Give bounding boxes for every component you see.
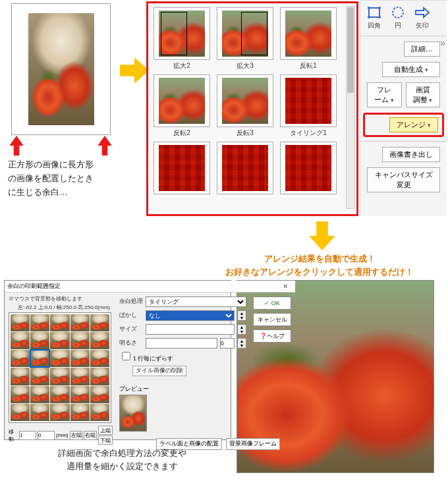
thumb-cell[interactable] (217, 142, 273, 196)
detail-button[interactable]: 詳細… (404, 42, 440, 57)
crop-rect-icon (161, 12, 187, 55)
shape-rect-button[interactable]: 四角 (367, 6, 381, 30)
svg-point-3 (368, 16, 370, 18)
blur-select[interactable]: なし (146, 310, 235, 321)
brightness-offset-input[interactable] (220, 338, 235, 349)
quality-dropdown[interactable]: 画質調整 (406, 82, 441, 107)
move-controls: 移動 (mm) 左端 右端 上端 下端 (9, 426, 113, 445)
svg-rect-0 (369, 8, 379, 17)
size-input[interactable] (146, 324, 235, 335)
thumb-cell[interactable]: 拡大3 (217, 7, 273, 70)
auto-generate-dropdown[interactable]: 自動生成 (382, 62, 440, 77)
dialog-titlebar[interactable]: 余白の印刷範囲指定 ✕ (5, 281, 295, 293)
thumb-image (159, 145, 205, 191)
cancel-button[interactable]: キャンセル (253, 313, 291, 326)
brightness-input[interactable] (146, 338, 217, 349)
margin-arrow-right-icon (98, 136, 112, 155)
thumb-image (285, 145, 331, 191)
thumb-image (222, 145, 268, 191)
snap-right-button[interactable]: 右端 (84, 431, 97, 440)
arrange-dropdown[interactable]: アレンジ (389, 117, 438, 132)
thumb-label: タイリング1 (280, 128, 337, 138)
thumb-cell[interactable] (154, 142, 210, 196)
scrollbar-thumb[interactable] (347, 7, 354, 93)
thumb-image (285, 11, 331, 57)
snap-left-button[interactable]: 左端 (70, 431, 83, 440)
caption-line: 正方形の画像に長方形 (8, 159, 94, 169)
stagger-checkbox[interactable] (122, 352, 130, 360)
caption-line: お好きなアレンジをクリックして適用するだけ！ (225, 267, 414, 277)
arrange-highlight: アレンジ (363, 113, 444, 137)
thumb-cell[interactable]: 拡大2 (154, 7, 210, 70)
shape-circle-button[interactable]: 円 (391, 6, 405, 30)
thumb-label: 反転2 (154, 128, 210, 138)
svg-point-1 (368, 7, 370, 9)
margin-arrow-left-icon (9, 136, 24, 155)
caption-line: の画像を配置したとき (8, 173, 94, 183)
bg-frame-button[interactable]: 背景画像フレーム (226, 438, 280, 450)
export-button[interactable]: 画像書き出し (382, 147, 440, 162)
move-x-input[interactable] (19, 431, 36, 440)
svg-point-5 (393, 7, 403, 18)
move-y-input[interactable] (38, 431, 55, 440)
shape-arrow-button[interactable]: 矢印 (414, 6, 430, 30)
shape-label: 円 (395, 22, 401, 29)
help-button[interactable]: ❓ヘルプ (253, 329, 291, 343)
caption-line: に生じる余白… (8, 187, 68, 197)
thumb-cell[interactable]: タイリング1 (280, 74, 337, 138)
thumb-cell[interactable]: 反転1 (280, 7, 337, 70)
dialog-hint: ※マウスで背景部を移動します (9, 295, 113, 302)
chevron-right-icon[interactable]: » (440, 38, 445, 48)
svg-point-2 (378, 7, 381, 9)
thumb-cell[interactable] (280, 142, 337, 196)
dialog-dimensions: 左:-62.2 上:0.0 / 幅:250.0 高:250.0(mm) (9, 304, 113, 311)
thumb-cell[interactable]: 反転3 (217, 74, 273, 138)
thumb-label: 反転3 (217, 128, 273, 138)
original-image-frame (11, 3, 111, 135)
method-select[interactable]: タイリング (146, 296, 246, 307)
snap-bottom-button[interactable]: 下端 (98, 436, 113, 445)
caption-line: 詳細画面で余白処理方法の変更や (58, 448, 186, 458)
thumb-label: 反転1 (280, 61, 337, 70)
margin-settings-dialog: 余白の印刷範囲指定 ✕ ※マウスで背景部を移動します 左:-62.2 上:0.0… (4, 280, 231, 440)
move-label: 移動 (9, 428, 18, 443)
caption-line: 適用量を細かく設定できます (67, 461, 178, 471)
blur-spinner[interactable]: ▲▼ (237, 310, 246, 321)
preview-label: プレビュー (119, 385, 246, 393)
brightness-spinner[interactable]: ▲▼ (237, 338, 246, 349)
tile-remove-button[interactable]: タイル画像の削除 (132, 366, 186, 376)
size-spinner[interactable]: ▲▼ (237, 324, 246, 335)
svg-point-4 (378, 16, 381, 18)
caption-line: アレンジ結果を自動で生成！ (264, 254, 376, 264)
shape-label: 四角 (368, 22, 381, 29)
blur-label: ぼかし (119, 312, 143, 320)
mini-preview (119, 395, 147, 432)
arrange-caption: アレンジ結果を自動で生成！ お好きなアレンジをクリックして適用するだけ！ (198, 252, 441, 278)
dialog-title: 余白の印刷範囲指定 (7, 282, 61, 291)
canvas-size-button[interactable]: キャンバスサイズ変更 (367, 167, 440, 192)
arrow-down-icon (308, 221, 337, 250)
arrange-gallery-panel: 拡大2 拡大3 反転1 反転2 反転3 (146, 1, 358, 216)
size-label: サイズ (119, 325, 143, 333)
original-caption: 正方形の画像に長方形 の画像を配置したとき に生じる余白… (8, 158, 123, 199)
thumb-image (285, 78, 331, 124)
thumb-label: 拡大2 (154, 61, 210, 70)
crop-rect-icon (241, 12, 267, 55)
tool-palette: 四角 円 矢印 » 詳細… 自動生成 フレーム 画質調整 アレンジ 画像書き出し… (360, 0, 447, 216)
thumb-cell[interactable]: 反転2 (154, 74, 210, 138)
gallery-scrollbar[interactable] (346, 6, 355, 209)
thumb-label: 拡大3 (217, 61, 273, 70)
arrow-right-icon (120, 56, 149, 85)
snap-top-button[interactable]: 上端 (98, 426, 113, 435)
tiling-preview[interactable] (9, 312, 111, 423)
close-icon[interactable]: ✕ (278, 283, 293, 290)
brightness-label: 明るさ (119, 339, 143, 347)
shape-label: 矢印 (416, 22, 429, 29)
stagger-label: １行毎にずらす (132, 355, 173, 362)
thumb-image (222, 78, 268, 124)
original-image (28, 13, 94, 125)
frame-dropdown[interactable]: フレーム (367, 82, 402, 107)
unit-label: (mm) (56, 432, 69, 438)
ok-button[interactable]: ✓ OK (253, 296, 291, 310)
dialog-caption: 詳細画面で余白処理方法の変更や 適用量を細かく設定できます (33, 447, 211, 472)
